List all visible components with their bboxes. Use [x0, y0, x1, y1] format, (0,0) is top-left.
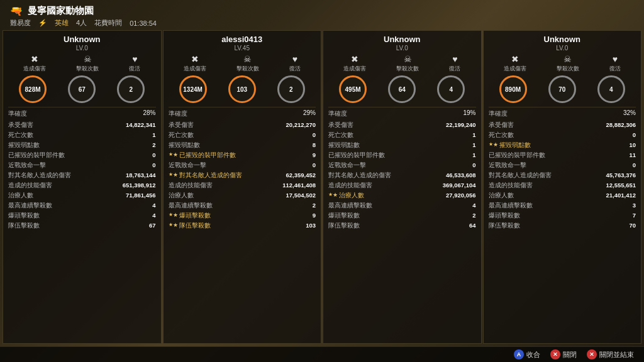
icons-row-1: ✖造成傷害☠擊殺次數♥復活 — [169, 54, 316, 73]
collapse-label: 收合 — [526, 350, 540, 359]
stat-value-0-3: 28,882,306 — [592, 121, 636, 129]
header-sub: 難易度 ⚡ 英雄 4人 花費時間 01:38:54 — [10, 18, 634, 28]
icon-label-造成傷害: 造成傷害 — [504, 65, 526, 73]
circle-value-1-0: 67 — [79, 86, 86, 93]
circle-stat-2-3: 4 — [597, 75, 625, 103]
stat-name-8-3: 最高連續擊殺數 — [489, 202, 592, 210]
circle-stat-0-2: 495M — [339, 75, 367, 103]
collapse-button[interactable]: A 收合 — [514, 349, 540, 359]
stat-row-0-3: 承受傷害28,882,306 — [489, 121, 636, 130]
circle-2-2: 4 — [437, 75, 465, 103]
icon-擊殺次數: ☠ — [564, 54, 572, 64]
stat-value-0-0: 14,822,341 — [112, 121, 156, 129]
close-end-button[interactable]: ✕ 關閉並結束 — [587, 349, 634, 359]
circle-value-0-3: 890M — [505, 86, 521, 93]
stat-value-2-2: 1 — [432, 141, 476, 150]
header: 🔫 曼寧國家動物園 難易度 ⚡ 英雄 4人 花費時間 01:38:54 — [0, 0, 644, 30]
stat-row-9-1: ★爆頭擊殺數9 — [169, 211, 316, 221]
stat-name-1-2: 死亡次數 — [328, 131, 432, 140]
star-icon-3-1: ★ — [173, 151, 178, 160]
star-icon-5-1: ★ — [173, 172, 178, 180]
stat-value-7-0: 71,861,456 — [112, 192, 156, 200]
player-level-3: LV.0 — [489, 45, 636, 52]
stat-name-6-2: 造成的技能傷害 — [328, 182, 432, 190]
stat-row-0-2: 承受傷害22,199,240 — [328, 121, 476, 130]
circle-stat-1-0: 67 — [68, 75, 96, 103]
accuracy-label-3: 準確度 — [489, 109, 508, 118]
stat-value-1-2: 1 — [432, 131, 476, 140]
stat-icon-group-造成傷害: ✖造成傷害 — [504, 54, 526, 73]
mode-label: 英雄 — [55, 18, 69, 28]
stat-value-2-3: 10 — [592, 141, 636, 150]
stat-name-1-3: 死亡次數 — [489, 131, 592, 140]
main-content: 🔫 曼寧國家動物園 難易度 ⚡ 英雄 4人 花費時間 01:38:54 Unkn… — [0, 0, 644, 362]
accuracy-row-2: 準確度19% — [328, 107, 476, 118]
stat-icon-group-復活: ♥復活 — [289, 54, 301, 73]
circle-1-1: 103 — [228, 75, 256, 103]
player-name-2: Unknown — [328, 35, 476, 44]
stat-name-2-2: 摧毀弱點數 — [328, 141, 432, 150]
player-level-2: LV.0 — [328, 45, 476, 52]
accuracy-label-0: 準確度 — [8, 109, 27, 118]
circle-value-1-3: 70 — [558, 86, 565, 93]
circle-1-0: 67 — [68, 75, 96, 103]
close-label: 關閉 — [563, 350, 577, 359]
player-name-3: Unknown — [489, 35, 636, 44]
stat-value-10-1: 103 — [272, 222, 316, 230]
stat-row-2-0: 摧毀弱點數2 — [8, 141, 156, 150]
stat-value-9-2: 2 — [432, 212, 476, 220]
circles-row-0: 828M672 — [8, 75, 156, 103]
close-button[interactable]: ✕ 關閉 — [550, 349, 577, 359]
stat-value-7-3: 21,401,412 — [592, 192, 636, 200]
stat-icon-group-復活: ♥復活 — [449, 54, 460, 73]
accuracy-label-1: 準確度 — [169, 109, 187, 118]
stats-list-3: 承受傷害28,882,306死亡次數0★摧毀弱點數10已摧毀的裝甲部件數11近戰… — [489, 121, 636, 231]
stat-value-3-2: 1 — [432, 151, 476, 160]
stat-row-10-1: ★隊伍擊殺數103 — [169, 221, 316, 231]
stat-value-6-3: 12,555,651 — [592, 182, 636, 190]
stat-icon-group-造成傷害: ✖造成傷害 — [23, 54, 46, 73]
stat-row-7-3: 治療人數21,401,412 — [489, 191, 636, 200]
stat-icon-group-擊殺次數: ☠擊殺次數 — [236, 54, 259, 73]
icon-label-復活: 復活 — [289, 65, 301, 73]
location-name: 曼寧國家動物園 — [28, 5, 94, 17]
player-level-1: LV.45 — [169, 45, 316, 52]
accuracy-value-0: 28% — [143, 109, 155, 118]
stat-row-6-1: 造成的技能傷害112,461,408 — [169, 181, 316, 190]
stat-name-9-2: 爆頭擊殺數 — [328, 212, 432, 220]
icon-復活: ♥ — [452, 54, 457, 64]
circle-2-3: 4 — [597, 75, 625, 103]
icon-label-擊殺次數: 擊殺次數 — [557, 65, 579, 73]
stat-name-1-1: 死亡次數 — [169, 131, 272, 140]
stat-icon-group-復活: ♥復活 — [609, 54, 621, 73]
stat-row-1-1: 死亡次數0 — [169, 131, 316, 140]
circle-value-0-0: 828M — [25, 86, 41, 93]
star-icon-2-3: ★ — [493, 141, 498, 150]
stat-name-7-3: 治療人數 — [489, 192, 592, 200]
stat-row-10-3: 隊伍擊殺數70 — [489, 221, 636, 231]
accuracy-row-3: 準確度32% — [489, 107, 636, 118]
stat-value-6-0: 651,398,912 — [112, 182, 156, 190]
icon-擊殺次數: ☠ — [243, 54, 252, 64]
player-name-0: Unknown — [8, 35, 156, 44]
stat-value-10-0: 67 — [112, 222, 156, 230]
icon-label-擊殺次數: 擊殺次數 — [396, 65, 419, 73]
icon-造成傷害: ✖ — [31, 54, 38, 64]
circle-stat-2-2: 4 — [437, 75, 465, 103]
stat-value-1-0: 1 — [112, 131, 156, 140]
stat-row-2-1: 摧毀弱點數8 — [169, 141, 316, 150]
icon-造成傷害: ✖ — [191, 54, 199, 64]
stat-name-0-2: 承受傷害 — [328, 121, 432, 129]
players-section: UnknownLV.0✖造成傷害☠擊殺次數♥復活828M672準確度28%承受傷… — [0, 30, 644, 346]
stat-value-9-3: 7 — [592, 212, 636, 220]
stat-row-4-0: 近戰致命一擊0 — [8, 161, 156, 170]
stat-name-10-3: 隊伍擊殺數 — [489, 222, 592, 230]
star-icon-7-2: ★ — [333, 192, 338, 200]
stat-value-4-3: 0 — [592, 162, 636, 170]
icon-label-復活: 復活 — [449, 65, 460, 73]
circle-stat-1-3: 70 — [548, 75, 576, 103]
icon-label-復活: 復活 — [129, 65, 140, 73]
stat-name-8-1: 最高連續擊殺數 — [169, 202, 272, 210]
close-end-icon: ✕ — [587, 349, 597, 359]
stat-row-5-3: 對其名敵人造成的傷害45,763,376 — [489, 171, 636, 180]
